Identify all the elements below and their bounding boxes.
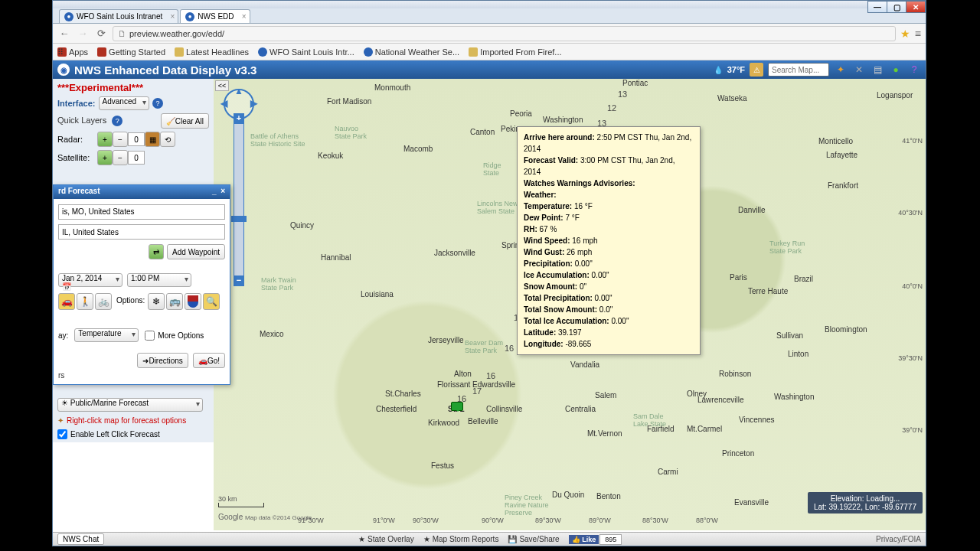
bm-getting-started[interactable]: Getting Started bbox=[97, 47, 165, 57]
fb-like-button[interactable]: 👍 Like bbox=[569, 535, 599, 544]
left-click-checkbox[interactable] bbox=[57, 429, 67, 439]
more-options-checkbox[interactable] bbox=[145, 331, 155, 341]
lon-tick: 89°0'W bbox=[589, 517, 611, 524]
city-label: Chesterfield bbox=[376, 405, 416, 413]
folder-icon bbox=[97, 47, 106, 57]
satellite-label: Satellite: bbox=[57, 153, 97, 162]
to-input[interactable] bbox=[58, 224, 225, 240]
layers-label: rs bbox=[58, 371, 225, 380]
close-button[interactable]: ✕ bbox=[906, 1, 926, 13]
tab-wfo[interactable]: ●WFO Saint Louis Intranet× bbox=[59, 9, 178, 23]
opt-bus-button[interactable]: 🚌 bbox=[166, 293, 183, 310]
zoom-in-button[interactable]: + bbox=[234, 113, 244, 124]
opt-search-button[interactable]: 🔍 bbox=[203, 293, 220, 310]
left-click-label: Enable Left Click Forecast bbox=[70, 430, 160, 439]
park-label: Turkey Run State Park bbox=[769, 240, 805, 255]
search-input[interactable] bbox=[768, 63, 829, 77]
save-share-button[interactable]: 💾 Save/Share bbox=[508, 534, 559, 545]
help-icon[interactable]: ? bbox=[152, 98, 163, 109]
nws-chat-button[interactable]: NWS Chat bbox=[57, 533, 104, 545]
current-temp: 37°F bbox=[727, 65, 745, 74]
walk-mode-button[interactable]: 🚶 bbox=[77, 293, 93, 310]
park-label: Nauvoo State Park bbox=[335, 125, 367, 140]
radar-remove-button[interactable]: − bbox=[113, 132, 128, 147]
layers-icon[interactable]: ✦ bbox=[834, 63, 848, 77]
back-button[interactable]: ← bbox=[57, 27, 71, 41]
radar-anim-button[interactable]: ▦ bbox=[145, 132, 160, 147]
minimize-button[interactable]: — bbox=[867, 1, 887, 13]
map-canvas[interactable]: ▲ ▼ ◀ ▶ + − Monmouth Fort Madison Peoria… bbox=[214, 79, 926, 530]
zoom-thumb[interactable] bbox=[231, 216, 247, 222]
storm-reports-button[interactable]: ★ Map Storm Reports bbox=[423, 534, 499, 545]
zoom-slider[interactable]: + − bbox=[234, 123, 244, 276]
destination-marker[interactable] bbox=[451, 402, 463, 411]
privacy-link[interactable]: Privacy/FOIA bbox=[876, 535, 921, 543]
state-overlay-button[interactable]: ★ State Overlay bbox=[358, 534, 414, 545]
city-label: Danville bbox=[738, 206, 766, 214]
sat-add-button[interactable]: + bbox=[97, 150, 113, 165]
add-waypoint-button[interactable]: Add Waypoint bbox=[167, 244, 225, 259]
bm-latest[interactable]: Latest Headlines bbox=[175, 47, 249, 57]
info-icon: ✦ bbox=[57, 416, 64, 425]
radar-add-button[interactable]: + bbox=[97, 132, 113, 147]
display-select[interactable]: Temperature bbox=[74, 328, 139, 342]
from-input[interactable] bbox=[58, 204, 225, 220]
forecast-type-select[interactable]: ☀ Public/Marine Forecast bbox=[57, 398, 203, 412]
lon-tick: 91°30'W bbox=[298, 517, 324, 524]
city-label: Linton bbox=[788, 350, 808, 358]
city-label: Pontiac bbox=[622, 79, 648, 87]
interface-label: Interface: bbox=[57, 99, 96, 108]
collapse-button[interactable]: << bbox=[215, 80, 229, 91]
quick-layers-label: Quick Layers ? bbox=[57, 116, 122, 126]
radar-count[interactable] bbox=[128, 132, 145, 146]
bookmark-star-icon[interactable]: ★ bbox=[900, 28, 910, 40]
bm-nws[interactable]: National Weather Se... bbox=[364, 47, 459, 57]
browser-tabs: ●WFO Saint Louis Intranet× ●NWS EDD× bbox=[53, 8, 926, 24]
date-select[interactable]: Jan 2, 2014 📅 bbox=[58, 273, 122, 287]
chat-icon[interactable]: ● bbox=[889, 63, 903, 77]
go-button[interactable]: 🚗 Go! bbox=[193, 353, 225, 368]
sat-remove-button[interactable]: − bbox=[113, 150, 128, 165]
close-icon[interactable]: × bbox=[220, 187, 225, 195]
radar-loop-button[interactable]: ⟲ bbox=[160, 132, 175, 147]
bm-imported[interactable]: Imported From Firef... bbox=[469, 47, 561, 57]
city-label: Monticello bbox=[818, 137, 853, 145]
opt-interstate-button[interactable] bbox=[185, 293, 201, 310]
alert-icon[interactable]: ⚠ bbox=[750, 63, 763, 77]
url-bar[interactable]: 🗋preview.weather.gov/edd/ bbox=[113, 26, 896, 41]
menu-button[interactable]: ≡ bbox=[915, 28, 921, 40]
lon-tick: 91°0'W bbox=[373, 517, 395, 524]
swap-button[interactable]: ⇄ bbox=[149, 244, 164, 259]
bm-apps[interactable]: ⠿Apps bbox=[57, 47, 88, 57]
maximize-button[interactable]: ▢ bbox=[887, 1, 906, 13]
city-label: Canton bbox=[470, 128, 495, 136]
list-icon[interactable]: ▤ bbox=[871, 63, 884, 77]
close-icon[interactable]: × bbox=[170, 12, 175, 21]
help-icon[interactable]: ? bbox=[907, 63, 921, 77]
bm-wfo[interactable]: WFO Saint Louis Intr... bbox=[258, 47, 354, 57]
city-label: Kirkwood bbox=[428, 419, 459, 427]
directions-button[interactable]: ➜ Directions bbox=[137, 353, 188, 368]
car-mode-button[interactable]: 🚗 bbox=[58, 293, 75, 310]
browser-nav: ← → ⟳ 🗋preview.weather.gov/edd/ ★ ≡ bbox=[53, 24, 926, 44]
city-label: Peoria bbox=[510, 109, 532, 118]
interface-select[interactable]: Advanced bbox=[99, 96, 149, 110]
city-label: Loganspor bbox=[877, 91, 913, 99]
city-label: Centralia bbox=[565, 405, 596, 413]
clear-all-button[interactable]: 🧹 Clear All bbox=[161, 113, 209, 129]
minimize-icon[interactable]: _ bbox=[212, 187, 217, 195]
tab-nws-edd[interactable]: ●NWS EDD× bbox=[180, 9, 250, 23]
opt-snow-button[interactable]: ❄ bbox=[148, 293, 165, 310]
close-icon[interactable]: × bbox=[242, 12, 247, 21]
bike-mode-button[interactable]: 🚲 bbox=[95, 293, 112, 310]
lon-tick: 88°0'W bbox=[696, 517, 718, 524]
forward-button[interactable]: → bbox=[76, 27, 90, 41]
city-label: Evansville bbox=[734, 498, 769, 507]
time-select[interactable]: 1:00 PM bbox=[127, 273, 191, 287]
lon-tick: 90°30'W bbox=[413, 517, 439, 524]
city-label: Brazil bbox=[794, 275, 813, 283]
zoom-out-button[interactable]: − bbox=[234, 276, 244, 286]
sat-count[interactable] bbox=[128, 151, 145, 165]
tools-icon[interactable]: ✕ bbox=[852, 63, 866, 77]
reload-button[interactable]: ⟳ bbox=[94, 27, 108, 41]
